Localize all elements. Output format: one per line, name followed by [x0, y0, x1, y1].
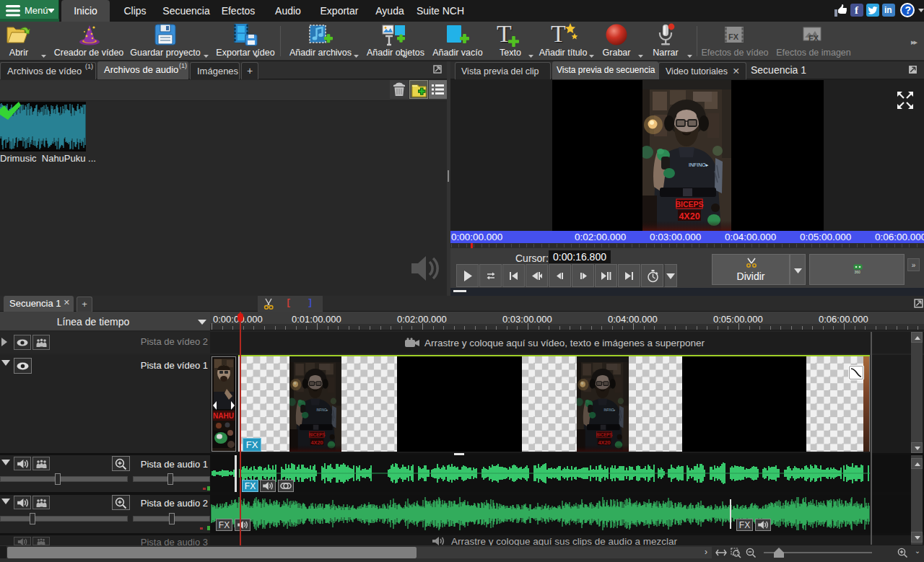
svg-text:360: 360: [855, 271, 860, 274]
svg-text:FX: FX: [728, 32, 739, 41]
svg-text:FX: FX: [808, 34, 819, 43]
